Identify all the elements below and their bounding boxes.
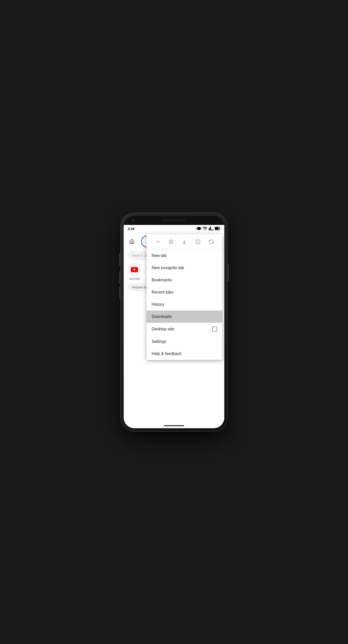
dropdown-menu: New tab New incognito tab Bookmarks Rece… bbox=[147, 234, 222, 360]
front-camera bbox=[132, 219, 134, 222]
menu-item-recent-tabs[interactable]: Recent tabs bbox=[147, 286, 222, 298]
menu-item-downloads[interactable]: Downloads bbox=[147, 311, 222, 323]
status-icons bbox=[196, 226, 220, 232]
info-icon[interactable] bbox=[194, 238, 202, 246]
menu-item-history[interactable]: History bbox=[147, 298, 222, 311]
phone-device: 3:34 bbox=[121, 213, 227, 431]
home-indicator bbox=[124, 423, 224, 428]
refresh-icon[interactable] bbox=[207, 238, 215, 246]
menu-item-help-feedback[interactable]: Help & feedback bbox=[147, 348, 222, 360]
download-icon[interactable] bbox=[180, 238, 188, 246]
browser-content: Search or type YouTube Articles for you bbox=[124, 232, 224, 423]
phone-inner: 3:34 bbox=[124, 216, 224, 428]
signal-icon bbox=[209, 226, 214, 232]
svg-marker-3 bbox=[169, 240, 173, 244]
bookmark-icon[interactable] bbox=[167, 238, 175, 246]
menu-item-new-tab[interactable]: New tab bbox=[147, 250, 222, 262]
home-pill bbox=[164, 425, 184, 426]
menu-item-settings[interactable]: Settings bbox=[147, 335, 222, 348]
vibrate-icon bbox=[196, 226, 201, 232]
desktop-site-checkbox[interactable] bbox=[212, 327, 217, 332]
menu-item-new-incognito-tab[interactable]: New incognito tab bbox=[147, 262, 222, 274]
svg-rect-2 bbox=[220, 228, 220, 229]
speaker-grille bbox=[163, 219, 185, 221]
svg-rect-1 bbox=[215, 227, 219, 229]
status-time: 3:34 bbox=[128, 227, 134, 231]
screen: 3:34 bbox=[124, 225, 224, 428]
phone-top-bar bbox=[124, 216, 224, 225]
menu-toolbar bbox=[147, 234, 222, 250]
status-bar: 3:34 bbox=[124, 225, 224, 232]
forward-icon[interactable] bbox=[153, 238, 162, 246]
dropdown-overlay: New tab New incognito tab Bookmarks Rece… bbox=[124, 232, 224, 423]
battery-icon bbox=[215, 227, 220, 231]
menu-item-desktop-site[interactable]: Desktop site bbox=[147, 323, 222, 335]
wifi-icon bbox=[202, 226, 208, 232]
menu-item-bookmarks[interactable]: Bookmarks bbox=[147, 274, 222, 286]
